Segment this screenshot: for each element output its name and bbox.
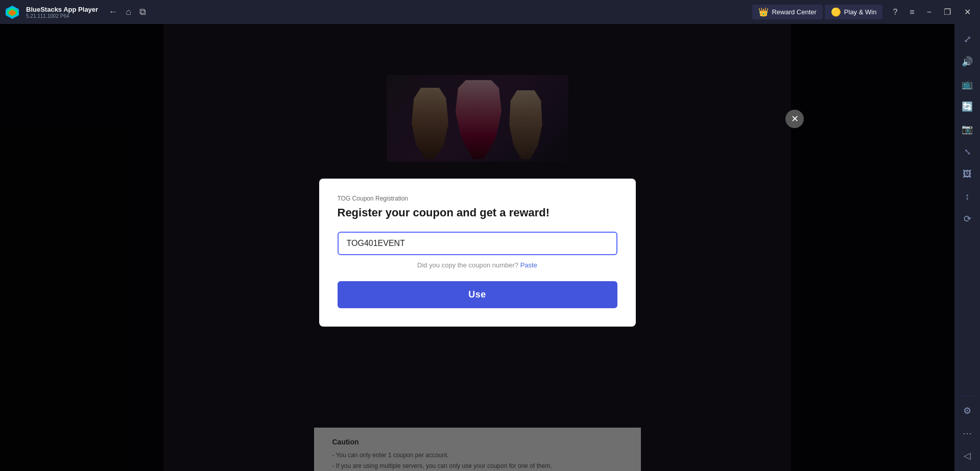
paste-hint: Did you copy the coupon number? Paste bbox=[338, 261, 617, 269]
back-button[interactable]: ← bbox=[108, 7, 117, 17]
display-sidebar-button[interactable]: 📺 bbox=[957, 74, 977, 94]
display-icon: 📺 bbox=[962, 79, 973, 90]
window-actions: ? ≡ − ❐ ✕ bbox=[889, 5, 976, 19]
right-sidebar: ⤢ 🔊 📺 🔄 📷 ⤡ 🖼 ↕ ⟳ ⚙ ⋯ ◁ bbox=[954, 24, 980, 471]
dialog-overlay: ✕ TOG Coupon Registration Register your … bbox=[0, 24, 954, 471]
help-button[interactable]: ? bbox=[889, 6, 901, 19]
rotate-sidebar-button[interactable]: 🔄 bbox=[957, 96, 977, 117]
expand-sidebar-button[interactable]: ⤢ bbox=[957, 29, 977, 49]
resize-sidebar-button[interactable]: ⤡ bbox=[957, 141, 977, 162]
crown-icon: 👑 bbox=[758, 7, 769, 17]
app-name-group: BlueStacks App Player 5.21.111.1002 P64 bbox=[26, 6, 98, 19]
shake-icon: ↕ bbox=[965, 191, 970, 202]
screenshot-icon: 📷 bbox=[962, 123, 973, 135]
dialog-subtitle: TOG Coupon Registration bbox=[338, 195, 617, 202]
multi-instance-button[interactable]: ⧉ bbox=[139, 7, 146, 17]
volume-sidebar-button[interactable]: 🔊 bbox=[957, 52, 977, 72]
play-win-label: Play & Win bbox=[844, 8, 877, 16]
collapse-icon: ◁ bbox=[964, 450, 971, 461]
gyroscope-sidebar-button[interactable]: ⟳ bbox=[957, 209, 977, 229]
expand-icon: ⤢ bbox=[964, 34, 971, 45]
shake-sidebar-button[interactable]: ↕ bbox=[957, 186, 977, 207]
coupon-input-wrapper[interactable] bbox=[338, 232, 617, 255]
camera-icon: 🖼 bbox=[963, 169, 972, 180]
paste-link[interactable]: Paste bbox=[520, 261, 537, 269]
sidebar-divider bbox=[960, 396, 975, 396]
main-content: ID : 12000800056804 Copy Server: S 8 Sel… bbox=[0, 24, 954, 471]
titlebar: BlueStacks App Player 5.21.111.1002 P64 … bbox=[0, 0, 980, 24]
gyroscope-icon: ⟳ bbox=[964, 213, 971, 225]
coupon-dialog: TOG Coupon Registration Register your co… bbox=[319, 179, 636, 327]
coupon-input[interactable] bbox=[347, 239, 608, 248]
bluestacks-logo bbox=[0, 0, 24, 24]
paste-hint-text: Did you copy the coupon number? bbox=[417, 261, 518, 269]
titlebar-nav: ← ⌂ ⧉ bbox=[108, 7, 146, 17]
screenshot-sidebar-button[interactable]: 📷 bbox=[957, 119, 977, 139]
more-sidebar-button[interactable]: ⋯ bbox=[957, 423, 977, 443]
home-button[interactable]: ⌂ bbox=[126, 7, 131, 17]
more-icon: ⋯ bbox=[963, 428, 972, 439]
reward-center-button[interactable]: 👑 Reward Center bbox=[752, 5, 822, 19]
app-version: 5.21.111.1002 P64 bbox=[26, 13, 98, 19]
dialog-title: Register your coupon and get a reward! bbox=[338, 206, 617, 219]
rotate-icon: 🔄 bbox=[962, 101, 973, 112]
settings-icon: ⚙ bbox=[963, 405, 971, 416]
dialog-close-button[interactable]: ✕ bbox=[785, 110, 804, 128]
volume-icon: 🔊 bbox=[962, 56, 973, 67]
restore-button[interactable]: ❐ bbox=[940, 5, 955, 19]
sidebar-bottom: ⚙ ⋯ ◁ bbox=[954, 394, 980, 471]
app-name: BlueStacks App Player bbox=[26, 6, 98, 13]
minimize-button[interactable]: − bbox=[923, 6, 936, 19]
coin-icon: 🟡 bbox=[831, 7, 841, 17]
settings-sidebar-button[interactable]: ⚙ bbox=[957, 401, 977, 421]
collapse-sidebar-button[interactable]: ◁ bbox=[957, 445, 977, 466]
resize-icon: ⤡ bbox=[964, 147, 971, 157]
camera-sidebar-button[interactable]: 🖼 bbox=[957, 164, 977, 184]
play-win-button[interactable]: 🟡 Play & Win bbox=[825, 5, 883, 19]
use-coupon-button[interactable]: Use bbox=[338, 281, 617, 308]
titlebar-right: 👑 Reward Center 🟡 Play & Win ? ≡ − ❐ ✕ bbox=[752, 5, 980, 19]
menu-button[interactable]: ≡ bbox=[905, 6, 918, 19]
window-close-button[interactable]: ✕ bbox=[959, 5, 976, 19]
reward-center-label: Reward Center bbox=[772, 8, 816, 16]
